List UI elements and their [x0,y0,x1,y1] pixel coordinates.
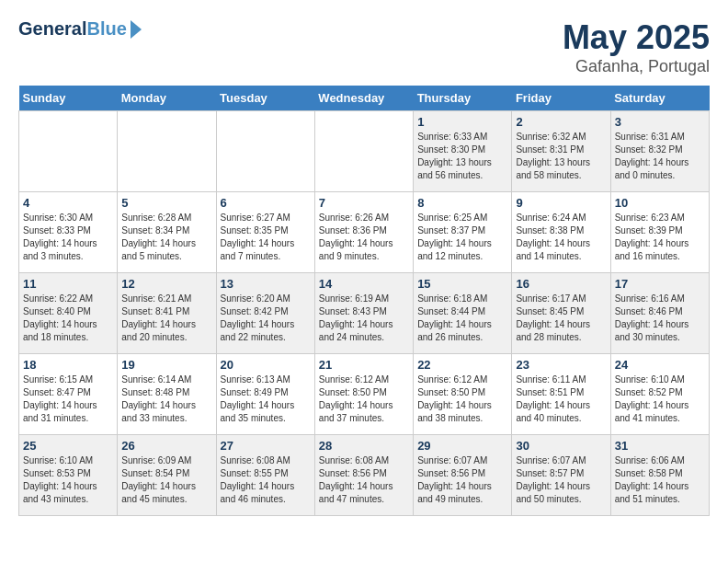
day-number: 1 [417,115,507,129]
day-number: 10 [615,196,705,210]
day-number: 22 [417,358,507,372]
day-number: 31 [615,439,705,453]
calendar-day-cell: 9Sunrise: 6:24 AM Sunset: 8:38 PM Daylig… [512,192,610,273]
day-info: Sunrise: 6:13 AM Sunset: 8:49 PM Dayligh… [221,373,311,425]
day-info: Sunrise: 6:25 AM Sunset: 8:37 PM Dayligh… [417,212,507,263]
day-of-week-header: Friday [512,86,610,111]
calendar-day-cell: 26Sunrise: 6:09 AM Sunset: 8:54 PM Dayli… [118,435,216,516]
day-number: 14 [319,277,409,291]
calendar-day-cell: 28Sunrise: 6:08 AM Sunset: 8:56 PM Dayli… [314,435,413,516]
calendar-day-cell: 22Sunrise: 6:12 AM Sunset: 8:50 PM Dayli… [414,354,512,435]
calendar-week-row: 1Sunrise: 6:33 AM Sunset: 8:30 PM Daylig… [19,111,710,192]
day-info: Sunrise: 6:09 AM Sunset: 8:54 PM Dayligh… [121,454,211,506]
day-number: 9 [516,196,606,210]
month-year-title: May 2025 [563,18,710,57]
day-number: 27 [221,439,311,453]
calendar-day-cell: 23Sunrise: 6:11 AM Sunset: 8:51 PM Dayli… [512,354,610,435]
title-block: May 2025 Gafanha, Portugal [563,18,710,76]
calendar-day-cell: 31Sunrise: 6:06 AM Sunset: 8:58 PM Dayli… [610,435,709,516]
day-info: Sunrise: 6:17 AM Sunset: 8:45 PM Dayligh… [516,293,606,344]
calendar-day-cell: 21Sunrise: 6:12 AM Sunset: 8:50 PM Dayli… [314,354,413,435]
day-of-week-header: Sunday [19,86,118,111]
day-info: Sunrise: 6:30 AM Sunset: 8:33 PM Dayligh… [23,212,113,263]
logo-arrow-icon [131,20,142,39]
calendar-day-cell [19,111,118,192]
calendar-day-cell: 11Sunrise: 6:22 AM Sunset: 8:40 PM Dayli… [19,273,118,354]
day-info: Sunrise: 6:32 AM Sunset: 8:31 PM Dayligh… [516,131,606,182]
day-number: 4 [23,196,113,210]
day-number: 18 [23,358,113,372]
calendar-day-cell [216,111,314,192]
day-number: 29 [417,439,507,453]
calendar-day-cell: 8Sunrise: 6:25 AM Sunset: 8:37 PM Daylig… [414,192,512,273]
calendar-day-cell: 30Sunrise: 6:07 AM Sunset: 8:57 PM Dayli… [512,435,610,516]
day-info: Sunrise: 6:31 AM Sunset: 8:32 PM Dayligh… [615,131,705,182]
day-info: Sunrise: 6:12 AM Sunset: 8:50 PM Dayligh… [319,373,409,425]
day-info: Sunrise: 6:27 AM Sunset: 8:35 PM Dayligh… [221,212,311,263]
day-info: Sunrise: 6:12 AM Sunset: 8:50 PM Dayligh… [417,373,507,425]
day-info: Sunrise: 6:10 AM Sunset: 8:52 PM Dayligh… [615,373,705,425]
location-subtitle: Gafanha, Portugal [563,57,710,76]
day-number: 19 [121,358,211,372]
day-info: Sunrise: 6:18 AM Sunset: 8:44 PM Dayligh… [417,293,507,344]
day-number: 25 [23,439,113,453]
logo: GeneralBlue [18,18,142,39]
calendar-header: SundayMondayTuesdayWednesdayThursdayFrid… [19,86,710,111]
day-number: 23 [516,358,606,372]
calendar-day-cell: 1Sunrise: 6:33 AM Sunset: 8:30 PM Daylig… [414,111,512,192]
calendar-day-cell [118,111,216,192]
day-number: 28 [319,439,409,453]
calendar-day-cell: 13Sunrise: 6:20 AM Sunset: 8:42 PM Dayli… [216,273,314,354]
day-number: 21 [319,358,409,372]
day-number: 12 [121,277,211,291]
day-of-week-header: Monday [118,86,216,111]
calendar-day-cell: 19Sunrise: 6:14 AM Sunset: 8:48 PM Dayli… [118,354,216,435]
calendar-day-cell: 6Sunrise: 6:27 AM Sunset: 8:35 PM Daylig… [216,192,314,273]
day-info: Sunrise: 6:21 AM Sunset: 8:41 PM Dayligh… [121,293,211,344]
day-number: 24 [615,358,705,372]
calendar-day-cell: 14Sunrise: 6:19 AM Sunset: 8:43 PM Dayli… [314,273,413,354]
calendar-week-row: 18Sunrise: 6:15 AM Sunset: 8:47 PM Dayli… [19,354,710,435]
day-info: Sunrise: 6:20 AM Sunset: 8:42 PM Dayligh… [221,293,311,344]
day-number: 16 [516,277,606,291]
day-info: Sunrise: 6:16 AM Sunset: 8:46 PM Dayligh… [615,293,705,344]
day-number: 15 [417,277,507,291]
calendar-day-cell: 4Sunrise: 6:30 AM Sunset: 8:33 PM Daylig… [19,192,118,273]
day-info: Sunrise: 6:08 AM Sunset: 8:55 PM Dayligh… [221,454,311,506]
calendar-day-cell: 25Sunrise: 6:10 AM Sunset: 8:53 PM Dayli… [19,435,118,516]
day-info: Sunrise: 6:22 AM Sunset: 8:40 PM Dayligh… [23,293,113,344]
day-number: 17 [615,277,705,291]
day-number: 11 [23,277,113,291]
calendar-day-cell: 12Sunrise: 6:21 AM Sunset: 8:41 PM Dayli… [118,273,216,354]
day-info: Sunrise: 6:24 AM Sunset: 8:38 PM Dayligh… [516,212,606,263]
calendar-table: SundayMondayTuesdayWednesdayThursdayFrid… [18,86,710,516]
day-number: 5 [121,196,211,210]
day-info: Sunrise: 6:14 AM Sunset: 8:48 PM Dayligh… [121,373,211,425]
calendar-week-row: 25Sunrise: 6:10 AM Sunset: 8:53 PM Dayli… [19,435,710,516]
calendar-day-cell: 7Sunrise: 6:26 AM Sunset: 8:36 PM Daylig… [314,192,413,273]
day-info: Sunrise: 6:26 AM Sunset: 8:36 PM Dayligh… [319,212,409,263]
calendar-day-cell: 16Sunrise: 6:17 AM Sunset: 8:45 PM Dayli… [512,273,610,354]
day-of-week-header: Tuesday [216,86,314,111]
day-info: Sunrise: 6:33 AM Sunset: 8:30 PM Dayligh… [417,131,507,182]
page-header: GeneralBlue May 2025 Gafanha, Portugal [18,18,710,76]
day-number: 3 [615,115,705,129]
calendar-day-cell: 15Sunrise: 6:18 AM Sunset: 8:44 PM Dayli… [414,273,512,354]
day-info: Sunrise: 6:28 AM Sunset: 8:34 PM Dayligh… [121,212,211,263]
day-info: Sunrise: 6:07 AM Sunset: 8:56 PM Dayligh… [417,454,507,506]
day-info: Sunrise: 6:23 AM Sunset: 8:39 PM Dayligh… [615,212,705,263]
day-number: 6 [221,196,311,210]
calendar-day-cell [314,111,413,192]
calendar-day-cell: 5Sunrise: 6:28 AM Sunset: 8:34 PM Daylig… [118,192,216,273]
calendar-day-cell: 29Sunrise: 6:07 AM Sunset: 8:56 PM Dayli… [414,435,512,516]
day-number: 30 [516,439,606,453]
calendar-week-row: 4Sunrise: 6:30 AM Sunset: 8:33 PM Daylig… [19,192,710,273]
day-info: Sunrise: 6:07 AM Sunset: 8:57 PM Dayligh… [516,454,606,506]
calendar-day-cell: 27Sunrise: 6:08 AM Sunset: 8:55 PM Dayli… [216,435,314,516]
day-info: Sunrise: 6:19 AM Sunset: 8:43 PM Dayligh… [319,293,409,344]
calendar-day-cell: 17Sunrise: 6:16 AM Sunset: 8:46 PM Dayli… [610,273,709,354]
calendar-day-cell: 24Sunrise: 6:10 AM Sunset: 8:52 PM Dayli… [610,354,709,435]
day-info: Sunrise: 6:08 AM Sunset: 8:56 PM Dayligh… [319,454,409,506]
day-number: 20 [221,358,311,372]
day-of-week-header: Thursday [414,86,512,111]
